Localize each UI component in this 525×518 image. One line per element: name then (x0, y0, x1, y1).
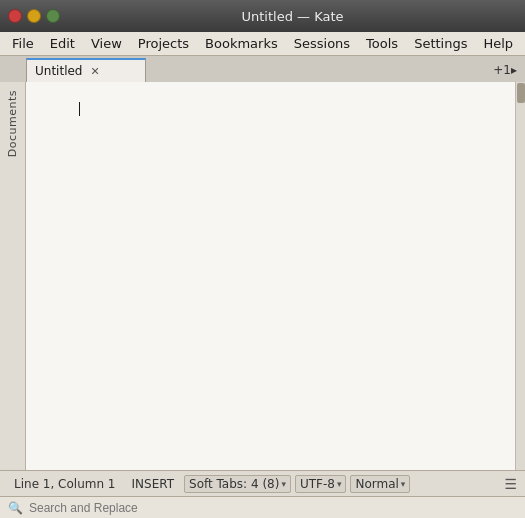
tab-label: Untitled (35, 64, 82, 78)
line-ending-arrow: ▾ (401, 479, 406, 489)
scrollbar-thumb[interactable] (517, 83, 525, 103)
text-cursor (79, 102, 80, 116)
menu-settings[interactable]: Settings (406, 34, 475, 53)
window-controls (8, 9, 60, 23)
close-button[interactable] (8, 9, 22, 23)
minimize-button[interactable] (27, 9, 41, 23)
encoding-arrow: ▾ (337, 479, 342, 489)
soft-tabs-dropdown[interactable]: Soft Tabs: 4 (8) ▾ (184, 475, 291, 493)
edit-mode: INSERT (126, 477, 181, 491)
editor-area[interactable] (26, 82, 525, 470)
search-bar: 🔍 (0, 496, 525, 518)
menu-view[interactable]: View (83, 34, 130, 53)
menu-sessions[interactable]: Sessions (286, 34, 358, 53)
menu-bookmarks[interactable]: Bookmarks (197, 34, 286, 53)
tab-close-button[interactable]: ✕ (88, 65, 101, 78)
status-bar: Line 1, Column 1 INSERT Soft Tabs: 4 (8)… (0, 470, 525, 496)
line-ending-label: Normal (355, 477, 398, 491)
line-ending-dropdown[interactable]: Normal ▾ (350, 475, 410, 493)
menu-edit[interactable]: Edit (42, 34, 83, 53)
soft-tabs-arrow: ▾ (281, 479, 286, 489)
window-title: Untitled — Kate (68, 9, 517, 24)
active-tab[interactable]: Untitled ✕ (26, 58, 146, 82)
menu-bar: File Edit View Projects Bookmarks Sessio… (0, 32, 525, 56)
search-input[interactable] (29, 501, 517, 515)
menu-file[interactable]: File (4, 34, 42, 53)
editor-content[interactable] (26, 82, 515, 470)
main-area: Documents (0, 82, 525, 470)
status-menu-icon[interactable]: ☰ (504, 476, 517, 492)
tab-bar: Untitled ✕ +1 ▸ (0, 56, 525, 82)
vertical-scrollbar[interactable] (515, 82, 525, 470)
encoding-label: UTF-8 (300, 477, 335, 491)
side-panel-label: Documents (6, 90, 19, 157)
menu-projects[interactable]: Projects (130, 34, 197, 53)
tab-overflow[interactable]: +1 ▸ (485, 58, 525, 82)
maximize-button[interactable] (46, 9, 60, 23)
cursor-position: Line 1, Column 1 (8, 477, 122, 491)
soft-tabs-label: Soft Tabs: 4 (8) (189, 477, 279, 491)
encoding-dropdown[interactable]: UTF-8 ▾ (295, 475, 347, 493)
side-panel: Documents (0, 82, 26, 470)
tab-overflow-count: +1 (493, 63, 511, 77)
tab-overflow-arrow: ▸ (511, 63, 517, 77)
search-icon: 🔍 (8, 501, 23, 515)
menu-tools[interactable]: Tools (358, 34, 406, 53)
menu-help[interactable]: Help (475, 34, 521, 53)
title-bar: Untitled — Kate (0, 0, 525, 32)
